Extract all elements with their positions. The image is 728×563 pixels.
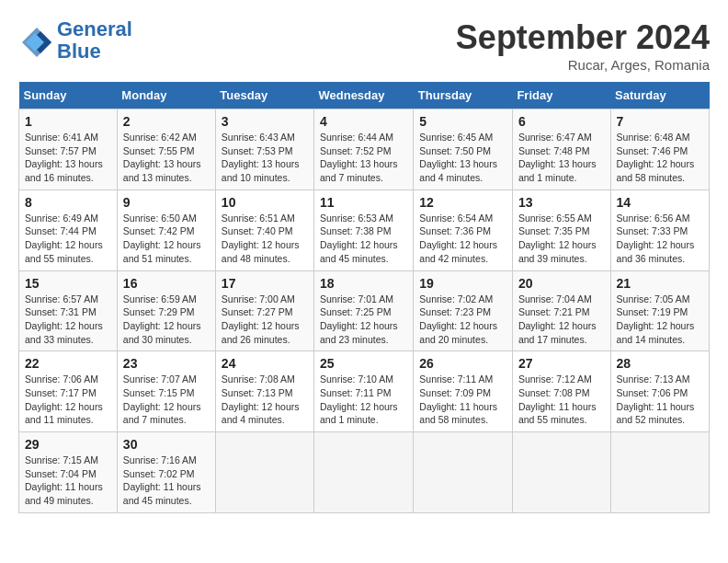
calendar-cell: 8Sunrise: 6:49 AM Sunset: 7:44 PM Daylig… — [19, 190, 118, 270]
logo-text: General Blue — [57, 18, 132, 63]
day-number: 4 — [320, 114, 407, 129]
calendar-cell: 18Sunrise: 7:01 AM Sunset: 7:25 PM Dayli… — [313, 270, 413, 351]
day-info: Sunrise: 6:50 AM Sunset: 7:42 PM Dayligh… — [123, 212, 210, 266]
day-number: 9 — [123, 195, 210, 210]
logo: General Blue — [18, 18, 132, 63]
calendar-cell: 24Sunrise: 7:08 AM Sunset: 7:13 PM Dayli… — [215, 351, 313, 432]
calendar-cell: 29Sunrise: 7:15 AM Sunset: 7:04 PM Dayli… — [19, 432, 118, 513]
calendar-cell: 2Sunrise: 6:42 AM Sunset: 7:55 PM Daylig… — [117, 109, 215, 190]
calendar-cell: 3Sunrise: 6:43 AM Sunset: 7:53 PM Daylig… — [215, 109, 313, 190]
calendar-cell: 19Sunrise: 7:02 AM Sunset: 7:23 PM Dayli… — [414, 270, 513, 351]
day-number: 29 — [25, 437, 111, 452]
calendar-cell: 25Sunrise: 7:10 AM Sunset: 7:11 PM Dayli… — [313, 351, 413, 432]
calendar-cell — [610, 432, 709, 513]
day-info: Sunrise: 7:01 AM Sunset: 7:25 PM Dayligh… — [320, 293, 407, 347]
calendar-cell: 28Sunrise: 7:13 AM Sunset: 7:06 PM Dayli… — [610, 351, 709, 432]
calendar-week-row: 22Sunrise: 7:06 AM Sunset: 7:17 PM Dayli… — [19, 351, 710, 432]
title-block: September 2024 Rucar, Arges, Romania — [456, 18, 710, 73]
day-info: Sunrise: 6:56 AM Sunset: 7:33 PM Dayligh… — [617, 212, 703, 266]
day-number: 24 — [222, 356, 308, 371]
calendar-cell: 14Sunrise: 6:56 AM Sunset: 7:33 PM Dayli… — [610, 190, 709, 270]
day-number: 28 — [617, 356, 703, 371]
calendar-cell: 20Sunrise: 7:04 AM Sunset: 7:21 PM Dayli… — [512, 270, 610, 351]
calendar-week-row: 29Sunrise: 7:15 AM Sunset: 7:04 PM Dayli… — [19, 432, 710, 513]
day-info: Sunrise: 6:53 AM Sunset: 7:38 PM Dayligh… — [320, 212, 407, 266]
day-number: 14 — [617, 195, 703, 210]
day-info: Sunrise: 6:51 AM Sunset: 7:40 PM Dayligh… — [222, 212, 308, 266]
calendar-cell — [414, 432, 513, 513]
day-number: 10 — [222, 195, 308, 210]
col-header-saturday: Saturday — [610, 82, 709, 109]
page-header: General Blue September 2024 Rucar, Arges… — [18, 18, 710, 73]
calendar-cell: 21Sunrise: 7:05 AM Sunset: 7:19 PM Dayli… — [610, 270, 709, 351]
day-number: 26 — [419, 356, 506, 371]
day-number: 8 — [25, 195, 111, 210]
calendar-week-row: 15Sunrise: 6:57 AM Sunset: 7:31 PM Dayli… — [19, 270, 710, 351]
calendar-cell: 15Sunrise: 6:57 AM Sunset: 7:31 PM Dayli… — [19, 270, 118, 351]
day-info: Sunrise: 7:12 AM Sunset: 7:08 PM Dayligh… — [518, 373, 605, 427]
col-header-wednesday: Wednesday — [313, 82, 413, 109]
calendar-cell: 10Sunrise: 6:51 AM Sunset: 7:40 PM Dayli… — [215, 190, 313, 270]
calendar-cell — [313, 432, 413, 513]
day-number: 2 — [123, 114, 210, 129]
calendar-cell: 13Sunrise: 6:55 AM Sunset: 7:35 PM Dayli… — [512, 190, 610, 270]
day-info: Sunrise: 6:57 AM Sunset: 7:31 PM Dayligh… — [25, 293, 111, 347]
day-info: Sunrise: 7:05 AM Sunset: 7:19 PM Dayligh… — [617, 293, 703, 347]
calendar-cell: 27Sunrise: 7:12 AM Sunset: 7:08 PM Dayli… — [512, 351, 610, 432]
day-info: Sunrise: 6:48 AM Sunset: 7:46 PM Dayligh… — [617, 131, 703, 185]
day-info: Sunrise: 7:04 AM Sunset: 7:21 PM Dayligh… — [518, 293, 605, 347]
day-info: Sunrise: 7:10 AM Sunset: 7:11 PM Dayligh… — [320, 373, 407, 427]
calendar-cell: 6Sunrise: 6:47 AM Sunset: 7:48 PM Daylig… — [512, 109, 610, 190]
calendar-cell: 30Sunrise: 7:16 AM Sunset: 7:02 PM Dayli… — [117, 432, 215, 513]
calendar-cell: 7Sunrise: 6:48 AM Sunset: 7:46 PM Daylig… — [610, 109, 709, 190]
calendar-table: SundayMondayTuesdayWednesdayThursdayFrid… — [18, 82, 710, 513]
day-number: 17 — [222, 276, 308, 291]
day-info: Sunrise: 6:59 AM Sunset: 7:29 PM Dayligh… — [123, 293, 210, 347]
day-number: 30 — [123, 437, 210, 452]
day-number: 16 — [123, 276, 210, 291]
calendar-cell: 16Sunrise: 6:59 AM Sunset: 7:29 PM Dayli… — [117, 270, 215, 351]
day-number: 5 — [419, 114, 506, 129]
day-info: Sunrise: 6:47 AM Sunset: 7:48 PM Dayligh… — [518, 131, 605, 185]
calendar-cell — [215, 432, 313, 513]
day-number: 21 — [617, 276, 703, 291]
day-info: Sunrise: 7:16 AM Sunset: 7:02 PM Dayligh… — [123, 454, 210, 508]
location: Rucar, Arges, Romania — [456, 57, 710, 73]
day-number: 1 — [25, 114, 111, 129]
calendar-cell: 23Sunrise: 7:07 AM Sunset: 7:15 PM Dayli… — [117, 351, 215, 432]
calendar-week-row: 1Sunrise: 6:41 AM Sunset: 7:57 PM Daylig… — [19, 109, 710, 190]
day-number: 23 — [123, 356, 210, 371]
day-info: Sunrise: 6:49 AM Sunset: 7:44 PM Dayligh… — [25, 212, 111, 266]
calendar-cell: 26Sunrise: 7:11 AM Sunset: 7:09 PM Dayli… — [414, 351, 513, 432]
day-info: Sunrise: 6:41 AM Sunset: 7:57 PM Dayligh… — [25, 131, 111, 185]
day-info: Sunrise: 7:08 AM Sunset: 7:13 PM Dayligh… — [222, 373, 308, 427]
day-number: 27 — [518, 356, 605, 371]
day-number: 25 — [320, 356, 407, 371]
calendar-cell: 22Sunrise: 7:06 AM Sunset: 7:17 PM Dayli… — [19, 351, 118, 432]
calendar-cell: 1Sunrise: 6:41 AM Sunset: 7:57 PM Daylig… — [19, 109, 118, 190]
col-header-tuesday: Tuesday — [215, 82, 313, 109]
col-header-sunday: Sunday — [19, 82, 118, 109]
day-info: Sunrise: 6:44 AM Sunset: 7:52 PM Dayligh… — [320, 131, 407, 185]
calendar-cell: 17Sunrise: 7:00 AM Sunset: 7:27 PM Dayli… — [215, 270, 313, 351]
day-number: 20 — [518, 276, 605, 291]
day-info: Sunrise: 7:13 AM Sunset: 7:06 PM Dayligh… — [617, 373, 703, 427]
day-number: 6 — [518, 114, 605, 129]
day-number: 18 — [320, 276, 407, 291]
day-number: 22 — [25, 356, 111, 371]
calendar-cell: 5Sunrise: 6:45 AM Sunset: 7:50 PM Daylig… — [414, 109, 513, 190]
day-info: Sunrise: 7:15 AM Sunset: 7:04 PM Dayligh… — [25, 454, 111, 508]
day-info: Sunrise: 7:06 AM Sunset: 7:17 PM Dayligh… — [25, 373, 111, 427]
day-info: Sunrise: 7:07 AM Sunset: 7:15 PM Dayligh… — [123, 373, 210, 427]
day-info: Sunrise: 7:11 AM Sunset: 7:09 PM Dayligh… — [419, 373, 506, 427]
day-info: Sunrise: 6:54 AM Sunset: 7:36 PM Dayligh… — [419, 212, 506, 266]
calendar-cell: 12Sunrise: 6:54 AM Sunset: 7:36 PM Dayli… — [414, 190, 513, 270]
day-number: 11 — [320, 195, 407, 210]
calendar-cell: 9Sunrise: 6:50 AM Sunset: 7:42 PM Daylig… — [117, 190, 215, 270]
day-info: Sunrise: 6:43 AM Sunset: 7:53 PM Dayligh… — [222, 131, 308, 185]
day-info: Sunrise: 6:55 AM Sunset: 7:35 PM Dayligh… — [518, 212, 605, 266]
day-number: 13 — [518, 195, 605, 210]
calendar-week-row: 8Sunrise: 6:49 AM Sunset: 7:44 PM Daylig… — [19, 190, 710, 270]
day-number: 3 — [222, 114, 308, 129]
day-info: Sunrise: 7:00 AM Sunset: 7:27 PM Dayligh… — [222, 293, 308, 347]
